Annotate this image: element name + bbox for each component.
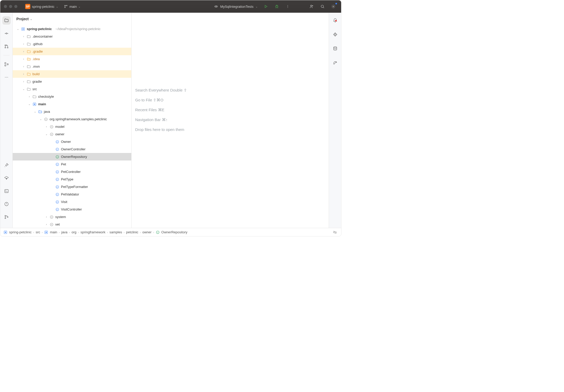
tree-item--github[interactable]: ›.github xyxy=(13,40,131,48)
breadcrumb-segment[interactable]: IOwnerRepository xyxy=(156,230,187,234)
tree-item-java[interactable]: ⌄java xyxy=(13,108,131,115)
chevron-right-icon[interactable]: › xyxy=(22,58,25,60)
tree-item-label: Pet xyxy=(61,162,66,166)
ai-assistant-tool-button[interactable] xyxy=(331,30,339,39)
tree-item--gradle[interactable]: ›.gradle xyxy=(13,48,131,55)
search-everywhere-button[interactable] xyxy=(318,2,327,11)
maximize-window-button[interactable] xyxy=(14,5,17,8)
tree-item-main[interactable]: ⌄main xyxy=(13,100,131,108)
svg-point-26 xyxy=(5,215,6,216)
tree-item-model[interactable]: ›model xyxy=(13,123,131,130)
commit-tool-button[interactable] xyxy=(2,29,11,38)
chevron-right-icon[interactable]: › xyxy=(22,65,25,68)
chevron-right-icon[interactable]: › xyxy=(22,80,25,83)
svg-rect-16 xyxy=(5,62,6,64)
git-branch-selector[interactable]: main ⌄ xyxy=(62,3,82,10)
chevron-down-icon[interactable]: ⌄ xyxy=(33,110,37,113)
services-tool-button[interactable] xyxy=(2,174,11,182)
tree-item-pettype[interactable]: CPetType xyxy=(13,176,131,183)
svg-point-64 xyxy=(336,62,336,62)
chevron-right-icon[interactable]: › xyxy=(28,95,31,98)
project-selector[interactable]: SP spring-petclinic ⌄ xyxy=(24,3,60,10)
chevron-right-icon[interactable]: › xyxy=(45,215,48,218)
tree-item-checkstyle[interactable]: ›checkstyle xyxy=(13,93,131,100)
tree-item-visit[interactable]: CVisit xyxy=(13,198,131,206)
breadcrumb-segment[interactable]: src xyxy=(36,230,40,234)
folder-icon xyxy=(27,42,31,46)
project-tree[interactable]: ⌄spring-petclinic~/IdeaProjects/spring-p… xyxy=(13,25,131,228)
terminal-tool-button[interactable] xyxy=(2,187,11,195)
tree-item--devcontainer[interactable]: ›.devcontainer xyxy=(13,33,131,40)
more-tool-button[interactable] xyxy=(2,73,11,81)
chevron-down-icon[interactable]: ⌄ xyxy=(22,88,25,90)
presentation-mode-button[interactable] xyxy=(332,229,338,235)
breadcrumb-segment[interactable]: spring-petclinic xyxy=(3,230,32,234)
breadcrumb-label: owner xyxy=(142,230,152,234)
debug-button[interactable] xyxy=(273,2,281,11)
tree-item-ownerrepository[interactable]: IOwnerRepository xyxy=(13,153,131,160)
tree-item-petvalidator[interactable]: CPetValidator xyxy=(13,191,131,198)
database-tool-button[interactable] xyxy=(331,44,339,53)
more-actions-button[interactable] xyxy=(284,2,292,11)
tree-item-petcontroller[interactable]: CPetController xyxy=(13,168,131,176)
tree-item-visitcontroller[interactable]: CVisitController xyxy=(13,206,131,213)
breadcrumb-segment[interactable]: org xyxy=(72,230,77,234)
tree-item-src[interactable]: ⌄src xyxy=(13,85,131,93)
breadcrumb-segment[interactable]: java xyxy=(61,230,67,234)
chevron-right-icon[interactable]: › xyxy=(22,35,25,38)
problems-tool-button[interactable] xyxy=(2,200,11,208)
tree-item-gradle[interactable]: ›gradle xyxy=(13,78,131,85)
tree-item-vet[interactable]: ›vet xyxy=(13,221,131,228)
close-window-button[interactable] xyxy=(4,5,7,8)
chevron-right-icon[interactable]: › xyxy=(22,50,25,53)
tree-item-owner[interactable]: ⌄owner xyxy=(13,130,131,138)
run-button[interactable] xyxy=(262,2,270,11)
chevron-down-icon[interactable]: ⌄ xyxy=(28,103,31,106)
tree-item--mvn[interactable]: ›.mvn xyxy=(13,63,131,70)
tree-item-owner[interactable]: COwner xyxy=(13,138,131,145)
chevron-right-icon[interactable]: › xyxy=(45,125,48,128)
project-pane-header[interactable]: Project ⌄ xyxy=(13,13,131,25)
editor-empty-state[interactable]: Search Everywhere Double ⇧Go to File ⇧⌘O… xyxy=(132,13,329,228)
tree-item-spring-petclinic[interactable]: ⌄spring-petclinic~/IdeaProjects/spring-p… xyxy=(13,25,131,33)
breadcrumb-segment[interactable]: owner xyxy=(142,230,152,234)
svg-point-62 xyxy=(51,224,52,225)
chevron-right-icon[interactable]: › xyxy=(22,43,25,45)
project-tool-button[interactable] xyxy=(2,16,11,25)
tree-item-system[interactable]: ›system xyxy=(13,213,131,221)
settings-button[interactable] xyxy=(329,2,338,11)
breadcrumb[interactable]: spring-petclinic›src›main›java›org›sprin… xyxy=(3,230,187,234)
pull-requests-tool-button[interactable] xyxy=(2,42,11,51)
chevron-down-icon[interactable]: ⌄ xyxy=(16,27,19,30)
svg-point-36 xyxy=(51,126,52,127)
chevron-right-icon[interactable]: › xyxy=(22,73,25,75)
tree-item-pet[interactable]: CPet xyxy=(13,160,131,168)
minimize-window-button[interactable] xyxy=(9,5,12,8)
breadcrumb-segment[interactable]: samples xyxy=(109,230,122,234)
chevron-right-icon: › xyxy=(107,231,108,234)
run-configuration-selector[interactable]: MySqlIntegrationTests ⌄ xyxy=(212,3,259,10)
chevron-down-icon[interactable]: ⌄ xyxy=(39,118,42,121)
tree-item-ownercontroller[interactable]: COwnerController xyxy=(13,145,131,153)
tree-item-label: PetController xyxy=(61,170,81,174)
notifications-tool-button[interactable] xyxy=(331,16,339,25)
project-pane-title: Project xyxy=(16,17,29,21)
breadcrumb-segment[interactable]: main xyxy=(44,230,57,234)
tree-item-build[interactable]: ›build xyxy=(13,70,131,78)
chevron-down-icon: ⌄ xyxy=(256,5,258,8)
tree-item-org-springframework-samples-petclinic[interactable]: ⌄org.springframework.samples.petclinic xyxy=(13,115,131,123)
code-with-me-button[interactable] xyxy=(307,2,316,11)
gradle-tool-button[interactable] xyxy=(331,58,339,67)
main-body: Project ⌄ ⌄spring-petclinic~/IdeaProject… xyxy=(0,13,341,228)
tree-item--idea[interactable]: ›.idea xyxy=(13,55,131,63)
svg-point-38 xyxy=(51,134,52,135)
tree-item-label: .devcontainer xyxy=(32,34,53,38)
structure-tool-button[interactable] xyxy=(2,60,11,68)
breadcrumb-segment[interactable]: petclinic xyxy=(126,230,138,234)
chevron-right-icon[interactable]: › xyxy=(45,223,48,226)
build-tool-button[interactable] xyxy=(2,161,11,169)
chevron-down-icon[interactable]: ⌄ xyxy=(45,133,48,136)
vcs-tool-button[interactable] xyxy=(2,213,11,221)
breadcrumb-segment[interactable]: springframework xyxy=(80,230,105,234)
tree-item-pettypeformatter[interactable]: CPetTypeFormatter xyxy=(13,183,131,191)
